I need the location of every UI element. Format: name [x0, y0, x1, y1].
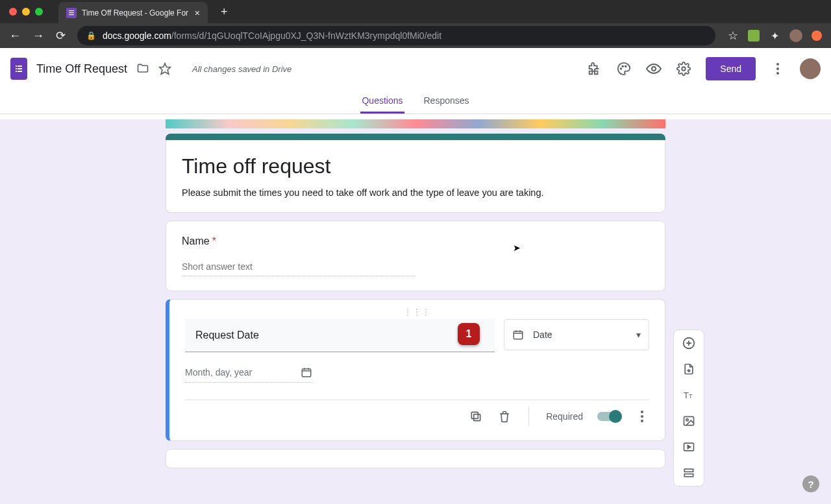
svg-rect-7: [16, 71, 17, 72]
settings-icon[interactable]: [676, 61, 691, 77]
close-tab-icon[interactable]: ×: [195, 8, 200, 18]
svg-rect-20: [474, 414, 480, 421]
question-footer: Required: [185, 400, 649, 426]
question-title-input[interactable]: [185, 319, 495, 352]
preview-icon[interactable]: [646, 61, 662, 77]
form-canvas: Time off request Please submit the times…: [0, 119, 831, 504]
calendar-icon: [512, 329, 524, 341]
star-icon[interactable]: [158, 62, 171, 75]
question-type-dropdown[interactable]: Date ▾: [504, 319, 649, 350]
chevron-down-icon: ▾: [636, 330, 641, 340]
maximize-window-icon[interactable]: [35, 8, 43, 16]
help-icon[interactable]: ?: [802, 475, 819, 492]
duplicate-icon[interactable]: [469, 409, 483, 424]
reload-button[interactable]: ⟳: [56, 29, 66, 43]
svg-point-24: [641, 420, 643, 422]
svg-rect-32: [684, 469, 693, 472]
window-controls: [9, 8, 43, 16]
form-accent-bar: [166, 134, 665, 140]
svg-rect-33: [684, 474, 693, 477]
theme-banner: [166, 119, 665, 128]
extension-dot-icon[interactable]: [812, 30, 822, 41]
svg-rect-3: [16, 66, 17, 67]
required-star-icon: *: [212, 235, 216, 246]
google-forms-logo-icon[interactable]: [10, 58, 27, 80]
url-text: docs.google.com/forms/d/1qGUoqlTCoIAjpgu…: [103, 30, 441, 41]
cursor-icon: ➤: [513, 243, 521, 253]
send-button[interactable]: Send: [706, 57, 756, 80]
tab-title: Time Off Request - Google For: [82, 8, 190, 18]
svg-rect-5: [16, 68, 17, 69]
palette-icon[interactable]: [616, 61, 632, 77]
add-title-icon[interactable]: TT: [681, 387, 697, 403]
svg-point-22: [641, 411, 643, 413]
floating-toolbar: TT: [673, 330, 704, 486]
svg-marker-31: [688, 446, 690, 449]
tab-responses[interactable]: Responses: [423, 90, 471, 114]
extension-icon[interactable]: [748, 30, 760, 42]
add-video-icon[interactable]: [681, 439, 697, 455]
svg-point-14: [682, 67, 686, 71]
account-avatar[interactable]: [800, 58, 821, 79]
question-card-name[interactable]: Name*: [166, 221, 665, 291]
minimize-window-icon[interactable]: [22, 8, 30, 16]
import-questions-icon[interactable]: [681, 361, 697, 377]
tab-questions[interactable]: Questions: [360, 90, 404, 114]
move-to-folder-icon[interactable]: [136, 62, 149, 75]
forward-button[interactable]: →: [32, 29, 44, 43]
date-answer-preview: Month, day, year: [185, 366, 312, 383]
forms-header: Time Off Request All changes saved in Dr…: [0, 48, 831, 90]
svg-point-13: [652, 67, 656, 71]
add-question-icon[interactable]: [681, 335, 697, 351]
back-button[interactable]: ←: [9, 29, 21, 43]
required-toggle[interactable]: [597, 412, 621, 421]
delete-icon[interactable]: [497, 409, 512, 424]
extension-icons: ☆ ✦: [727, 29, 822, 42]
svg-text:T: T: [684, 390, 689, 400]
form-tabs: Questions Responses: [0, 90, 831, 114]
required-label: Required: [546, 411, 583, 422]
svg-rect-18: [514, 331, 523, 339]
profile-avatar-icon[interactable]: [789, 29, 802, 42]
svg-point-11: [623, 66, 624, 67]
svg-point-16: [776, 67, 779, 70]
addons-icon[interactable]: [586, 61, 602, 77]
divider: [528, 407, 529, 426]
close-window-icon[interactable]: [9, 8, 17, 16]
svg-rect-0: [69, 10, 74, 11]
svg-point-29: [686, 419, 688, 421]
svg-point-10: [621, 68, 622, 69]
drag-handle-icon[interactable]: ⋮⋮⋮: [185, 307, 649, 317]
question-card-request-date[interactable]: ⋮⋮⋮ Date ▾ 1 Month, day, year Required: [166, 299, 665, 441]
svg-rect-8: [18, 71, 22, 72]
svg-point-23: [641, 415, 643, 418]
new-tab-button[interactable]: +: [221, 5, 228, 19]
extensions-menu-icon[interactable]: ✦: [769, 30, 780, 42]
address-bar[interactable]: 🔒 docs.google.com/forms/d/1qGUoqlTCoIAjp…: [77, 26, 715, 45]
save-status: All changes saved in Drive: [192, 64, 291, 74]
svg-point-15: [776, 63, 779, 66]
add-section-icon[interactable]: [681, 465, 697, 481]
question-card-next[interactable]: [166, 449, 665, 468]
svg-text:T: T: [689, 393, 693, 400]
question-label: Name*: [182, 235, 649, 247]
annotation-badge: 1: [458, 323, 480, 345]
more-menu-icon[interactable]: [770, 61, 786, 77]
svg-rect-4: [18, 66, 22, 67]
svg-rect-21: [472, 412, 478, 418]
document-title[interactable]: Time Off Request: [36, 62, 127, 76]
calendar-icon: [301, 366, 312, 378]
form-header-card[interactable]: Time off request Please submit the times…: [166, 140, 665, 213]
lock-icon: 🔒: [86, 31, 96, 40]
svg-point-12: [625, 66, 626, 67]
add-image-icon[interactable]: [681, 413, 697, 429]
form-title[interactable]: Time off request: [182, 154, 649, 178]
svg-point-17: [776, 72, 779, 75]
short-answer-input: [182, 261, 416, 276]
question-type-label: Date: [533, 330, 552, 340]
address-bar-row: ← → ⟳ 🔒 docs.google.com/forms/d/1qGUoqlT…: [0, 23, 831, 48]
form-description[interactable]: Please submit the times you need to take…: [182, 187, 649, 198]
question-more-icon[interactable]: [635, 409, 649, 424]
bookmark-star-icon[interactable]: ☆: [727, 30, 739, 42]
browser-tab[interactable]: Time Off Request - Google For ×: [58, 2, 208, 24]
